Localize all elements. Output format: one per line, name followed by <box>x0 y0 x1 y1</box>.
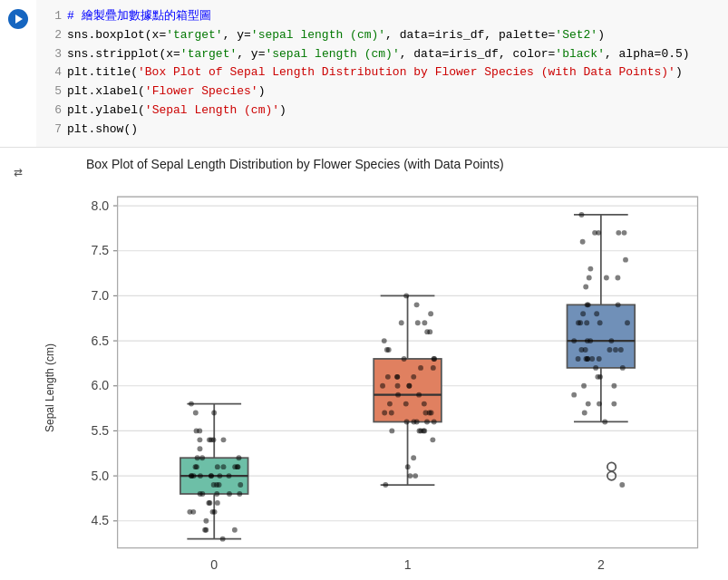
code-gutter <box>0 0 36 147</box>
svg-point-144 <box>427 410 432 415</box>
svg-point-197 <box>571 392 577 397</box>
svg-point-147 <box>389 410 394 415</box>
line-number: 3 <box>45 45 62 64</box>
svg-point-108 <box>413 473 418 478</box>
line-content: plt.title('Box Plot of Sepal Length Dist… <box>67 63 719 82</box>
svg-point-195 <box>585 338 590 343</box>
svg-point-145 <box>418 365 423 371</box>
y-axis-label: Sepal Length (cm) <box>44 343 56 432</box>
code-line: 3sns.stripplot(x='target', y='sepal leng… <box>45 45 719 64</box>
y-axis-label-container: Sepal Length (cm) <box>41 179 59 580</box>
svg-point-146 <box>405 464 411 469</box>
svg-point-89 <box>203 527 209 532</box>
svg-point-141 <box>407 473 413 478</box>
svg-point-120 <box>402 356 407 362</box>
svg-point-77 <box>214 491 219 497</box>
svg-point-187 <box>616 302 621 307</box>
svg-point-67 <box>211 437 217 442</box>
svg-point-181 <box>576 356 581 362</box>
run-button[interactable] <box>8 9 28 29</box>
svg-point-116 <box>431 365 436 371</box>
line-content: plt.show() <box>67 121 719 140</box>
svg-point-158 <box>571 338 577 343</box>
svg-point-148 <box>597 356 602 362</box>
svg-point-86 <box>193 464 199 469</box>
line-content: plt.ylabel('Sepal Length (cm)') <box>67 102 719 121</box>
svg-point-98 <box>403 293 409 298</box>
svg-point-111 <box>385 373 391 379</box>
line-content: sns.stripplot(x='target', y='sepal lengt… <box>67 45 719 64</box>
svg-text:7.5: 7.5 <box>92 243 110 257</box>
svg-text:8.0: 8.0 <box>92 198 110 212</box>
code-cell: 1# 繪製疊加數據點的箱型圖2sns.boxplot(x='target', y… <box>0 0 728 147</box>
svg-point-161 <box>582 410 587 415</box>
svg-point-136 <box>414 419 420 424</box>
svg-point-157 <box>615 275 620 280</box>
output-gutter: ⇄ <box>0 148 36 580</box>
svg-point-83 <box>197 428 202 433</box>
svg-point-180 <box>613 347 618 353</box>
svg-point-162 <box>597 401 602 406</box>
svg-point-114 <box>432 419 437 424</box>
svg-text:7.0: 7.0 <box>92 288 110 303</box>
svg-point-133 <box>406 382 412 388</box>
svg-point-134 <box>399 320 404 325</box>
svg-point-127 <box>382 410 387 415</box>
svg-point-78 <box>221 437 227 442</box>
svg-point-92 <box>198 491 203 497</box>
code-line: 6plt.ylabel('Sepal Length (cm)') <box>45 102 719 121</box>
svg-point-107 <box>411 455 416 460</box>
svg-point-94 <box>210 508 216 514</box>
svg-point-88 <box>203 517 209 523</box>
code-line: 7plt.show() <box>45 121 719 140</box>
svg-point-90 <box>189 473 194 478</box>
svg-point-173 <box>587 275 592 280</box>
svg-point-60 <box>220 536 226 541</box>
svg-point-167 <box>611 382 616 388</box>
svg-point-71 <box>237 491 242 497</box>
svg-point-189 <box>586 302 591 307</box>
svg-point-74 <box>237 455 242 460</box>
svg-point-156 <box>584 320 589 325</box>
svg-point-174 <box>620 365 626 371</box>
svg-point-179 <box>579 212 585 218</box>
svg-point-59 <box>227 491 232 497</box>
code-editor[interactable]: 1# 繪製疊加數據點的箱型圖2sns.boxplot(x='target', y… <box>36 0 728 147</box>
svg-point-159 <box>618 347 624 353</box>
line-content: sns.boxplot(x='target', y='sepal length … <box>67 26 719 45</box>
svg-point-100 <box>414 302 420 307</box>
line-content: # 繪製疊加數據點的箱型圖 <box>67 7 719 26</box>
svg-point-138 <box>417 428 422 433</box>
line-number: 1 <box>45 7 62 26</box>
plot-area: 4.55.05.56.06.57.07.58.0012 <box>59 179 719 580</box>
svg-point-123 <box>424 329 430 334</box>
swap-icon[interactable]: ⇄ <box>8 162 28 182</box>
svg-point-113 <box>415 320 421 325</box>
svg-point-110 <box>380 382 385 388</box>
svg-point-81 <box>238 482 243 488</box>
svg-point-112 <box>404 419 410 424</box>
line-number: 2 <box>45 26 62 45</box>
svg-point-182 <box>597 373 603 379</box>
svg-point-190 <box>586 401 591 406</box>
svg-point-64 <box>221 464 227 469</box>
svg-point-118 <box>416 392 422 397</box>
svg-point-186 <box>581 382 587 388</box>
svg-point-132 <box>430 437 435 442</box>
svg-point-65 <box>193 410 199 415</box>
svg-point-62 <box>211 410 217 415</box>
svg-text:6.0: 6.0 <box>92 378 110 392</box>
svg-point-95 <box>198 446 203 451</box>
svg-text:1: 1 <box>404 557 412 572</box>
svg-point-97 <box>206 500 211 506</box>
svg-point-192 <box>597 320 603 325</box>
svg-point-82 <box>209 473 214 478</box>
svg-point-93 <box>232 464 238 469</box>
code-line: 1# 繪製疊加數據點的箱型圖 <box>45 7 719 26</box>
svg-point-135 <box>432 356 437 362</box>
svg-point-121 <box>411 373 416 379</box>
svg-text:6.5: 6.5 <box>92 333 110 347</box>
svg-point-84 <box>214 482 219 488</box>
line-number: 5 <box>45 82 62 102</box>
line-content: plt.xlabel('Flower Species') <box>67 82 719 102</box>
